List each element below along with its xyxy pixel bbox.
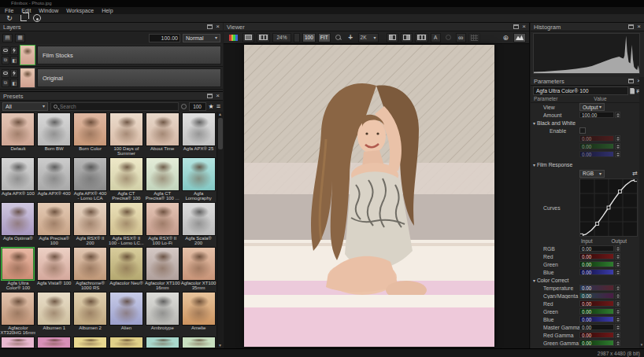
layer-thumbnail[interactable] xyxy=(20,45,35,65)
preset-thumbnail[interactable] xyxy=(1,337,35,348)
preset-item[interactable]: Agfa Precisa® 100 xyxy=(36,202,72,247)
group-film-response[interactable]: ▾ Film Response xyxy=(531,160,644,168)
close-panel-icon[interactable]: × xyxy=(216,24,220,29)
param-value-input[interactable]: 0.00 xyxy=(579,245,614,252)
mask-icon[interactable]: ◧ xyxy=(10,56,18,64)
preset-category-dropdown[interactable]: All▾ xyxy=(2,102,48,111)
float-panel-icon[interactable] xyxy=(628,79,634,83)
preset-thumbnail[interactable] xyxy=(109,157,143,191)
crosshair-icon[interactable]: ⊕ xyxy=(500,33,511,42)
favorites-icon[interactable]: ★ xyxy=(209,103,214,110)
scrollbar-thumb[interactable] xyxy=(218,118,223,149)
preset-search-field[interactable] xyxy=(50,102,179,111)
channel-dropdown[interactable]: RGB▾ xyxy=(579,170,605,178)
value-spinner[interactable] xyxy=(615,143,620,149)
param-value-input[interactable]: 0.00 xyxy=(579,269,614,275)
visibility-icon[interactable] xyxy=(2,69,9,78)
preset-item[interactable] xyxy=(180,337,217,348)
preset-thumbnail[interactable] xyxy=(182,292,216,326)
refresh-icon[interactable]: ↻ xyxy=(5,15,14,22)
value-spinner[interactable] xyxy=(615,300,620,307)
preset-item[interactable]: Amelie xyxy=(180,292,217,337)
preset-thumbnail[interactable] xyxy=(1,112,35,146)
value-spinner[interactable] xyxy=(615,293,620,299)
zoom-fit-button[interactable]: FIT xyxy=(318,33,331,42)
preset-thumbnail[interactable] xyxy=(73,337,107,348)
param-value-input[interactable]: 0.00 xyxy=(579,316,614,322)
value-spinner[interactable] xyxy=(615,269,620,275)
search-input[interactable] xyxy=(60,104,176,109)
preset-thumbnail[interactable] xyxy=(146,157,180,191)
presets-menu-icon[interactable]: ≡ xyxy=(217,103,220,110)
value-spinner[interactable] xyxy=(615,285,620,291)
circle-overlay-icon[interactable] xyxy=(443,33,453,42)
preset-thumbnail[interactable] xyxy=(109,247,143,281)
close-panel-icon[interactable]: × xyxy=(637,24,641,29)
preset-thumbnail[interactable] xyxy=(73,157,107,191)
curve-point[interactable] xyxy=(618,190,621,193)
menu-item-help[interactable]: Help xyxy=(98,7,116,14)
preset-item[interactable] xyxy=(72,337,109,348)
preset-item[interactable]: Agfa RSX® II 100 - Lomo LC... xyxy=(108,202,144,247)
preset-thumbnail[interactable] xyxy=(109,202,143,236)
zoom-level-value[interactable]: 24% xyxy=(272,33,291,42)
preset-thumbnail[interactable] xyxy=(37,292,71,326)
value-spinner[interactable] xyxy=(615,308,620,315)
preset-thumbnail[interactable] xyxy=(182,247,216,281)
visibility-icon[interactable] xyxy=(2,46,9,55)
preset-thumbnail[interactable] xyxy=(1,247,35,281)
value-spinner[interactable] xyxy=(615,332,620,338)
float-panel-icon[interactable] xyxy=(628,24,634,29)
param-value-input[interactable]: 0.00 xyxy=(579,324,614,330)
compare-ab-icon[interactable] xyxy=(387,33,398,42)
param-value-input[interactable]: 0.00 xyxy=(579,300,614,307)
fx-icon[interactable] xyxy=(10,46,18,55)
float-panel-icon[interactable] xyxy=(207,24,213,29)
channels-icon[interactable] xyxy=(227,33,240,42)
preset-item[interactable] xyxy=(0,337,36,348)
menu-item-window[interactable]: Window xyxy=(35,7,61,14)
preset-thumbnail[interactable] xyxy=(109,292,143,326)
parameters-scrollbar[interactable]: ▾ xyxy=(639,77,644,348)
param-value-input[interactable]: 0.00 xyxy=(579,261,614,267)
preset-thumbnail[interactable] xyxy=(73,247,107,281)
preset-thumbnail[interactable] xyxy=(37,157,71,191)
preset-item[interactable]: Agfa APX® 400 - Lomo LCA xyxy=(72,157,109,202)
blend-mode-dropdown[interactable]: Normal▾ xyxy=(183,34,220,42)
preset-thumbnail[interactable] xyxy=(1,292,35,326)
float-panel-icon[interactable] xyxy=(513,24,519,29)
param-value-input[interactable]: 0.00 xyxy=(579,308,614,315)
stereo-icon[interactable]: ∞ xyxy=(456,33,466,42)
group-black-and-white[interactable]: ▾ Black and White xyxy=(531,119,644,127)
preset-item[interactable]: Agfacolor XT100 35mm xyxy=(180,247,217,292)
preset-thumbnail[interactable] xyxy=(146,112,180,146)
preset-item[interactable]: Agfa APX® 400 xyxy=(36,157,72,202)
param-value-input[interactable]: 0.00 xyxy=(579,293,614,299)
value-spinner[interactable] xyxy=(615,261,620,267)
grid-overlay-icon[interactable] xyxy=(468,33,480,42)
preset-thumbnail[interactable] xyxy=(1,157,35,191)
preset-thumbnail[interactable] xyxy=(182,337,216,348)
scroll-down-icon[interactable]: ▾ xyxy=(641,343,643,347)
preset-item[interactable]: Agfacolor Neu® xyxy=(108,247,144,292)
preset-thumbnail[interactable] xyxy=(182,157,216,191)
value-spinner[interactable] xyxy=(615,151,620,157)
curve-point[interactable] xyxy=(635,178,638,182)
float-panel-icon[interactable] xyxy=(207,94,213,98)
reset-curve-icon[interactable]: ⇄ xyxy=(632,171,638,177)
preset-item[interactable]: Albumen 1 xyxy=(36,292,72,337)
preset-item[interactable]: Ambrotype xyxy=(144,292,180,337)
curves-graph[interactable] xyxy=(579,178,638,237)
fx-icon[interactable] xyxy=(10,69,18,78)
preview-eye-icon[interactable] xyxy=(33,14,41,22)
param-value-input[interactable]: 0.00 xyxy=(579,135,614,142)
preset-thumbnail[interactable] xyxy=(37,247,71,281)
param-value-input[interactable]: 0.00 xyxy=(579,143,614,149)
preset-thumbnail[interactable] xyxy=(146,247,180,281)
thumbnail-view-icon[interactable] xyxy=(242,33,254,42)
preset-item[interactable]: Agfa Vista® 100 xyxy=(36,247,72,292)
marquee-view-icon[interactable] xyxy=(257,33,270,42)
magnify-icon[interactable] xyxy=(333,33,343,42)
menu-item-workspace[interactable]: Workspace xyxy=(63,7,97,14)
preset-item[interactable]: 100 Days of Summer xyxy=(108,112,144,157)
